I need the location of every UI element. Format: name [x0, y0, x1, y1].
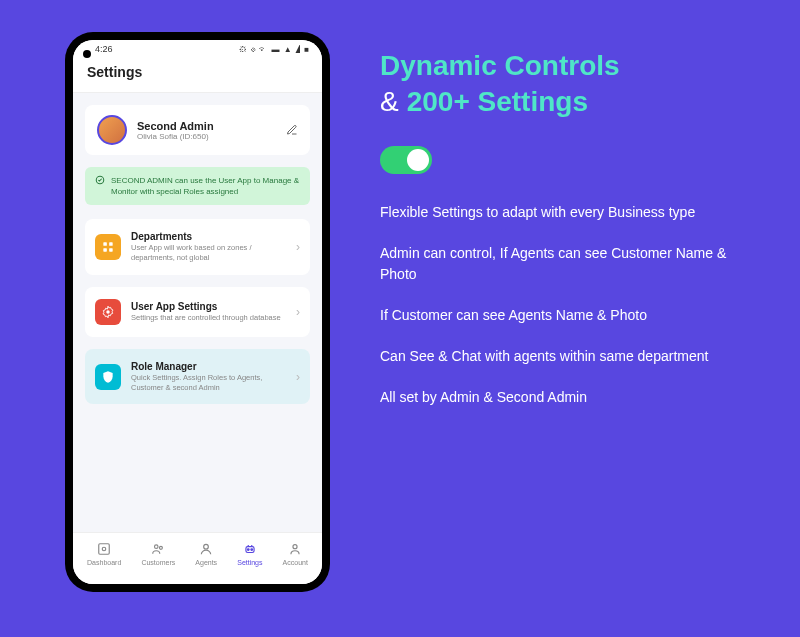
item-text: Role Manager Quick Settings. Assign Role… — [131, 361, 286, 393]
chevron-right-icon: › — [296, 370, 300, 384]
svg-point-14 — [293, 545, 297, 549]
nav-settings[interactable]: Settings — [237, 541, 262, 566]
item-text: User App Settings Settings that are cont… — [131, 301, 281, 323]
bottom-nav: Dashboard Customers Agents Settings Acco… — [73, 532, 322, 584]
svg-rect-4 — [109, 248, 113, 252]
customers-icon — [150, 541, 166, 557]
toggle-switch[interactable] — [380, 146, 432, 174]
camera-hole — [83, 50, 91, 58]
svg-point-5 — [106, 310, 110, 314]
nav-customers[interactable]: Customers — [141, 541, 175, 566]
bullet: Flexible Settings to adapt with every Bu… — [380, 202, 760, 223]
toggle-knob — [407, 149, 429, 171]
content-area: Second Admin Olivia Sofia (ID:650) SECON… — [73, 93, 322, 532]
marketing-panel: Dynamic Controls &200+ Settings Flexible… — [380, 50, 760, 428]
settings-item-user-app[interactable]: User App Settings Settings that are cont… — [85, 287, 310, 337]
svg-point-9 — [160, 546, 163, 549]
svg-rect-2 — [109, 242, 113, 246]
svg-rect-1 — [103, 242, 107, 246]
nav-account[interactable]: Account — [283, 541, 308, 566]
phone-screen: 4:26 ⚙ ⊘ ᯤ ▬ ▲ ◢ ■ Settings Second Admin… — [73, 40, 322, 584]
item-text: Departments User App will work based on … — [131, 231, 286, 263]
status-icons: ⚙ ⊘ ᯤ ▬ ▲ ◢ ■ — [239, 45, 310, 54]
gear-icon — [95, 299, 121, 325]
bullet: All set by Admin & Second Admin — [380, 387, 760, 408]
page-header: Settings — [73, 56, 322, 93]
nav-agents[interactable]: Agents — [195, 541, 217, 566]
settings-icon — [242, 541, 258, 557]
bullet: If Customer can see Agents Name & Photo — [380, 305, 760, 326]
admin-role: Second Admin — [137, 120, 214, 132]
nav-label: Customers — [141, 559, 175, 566]
avatar — [97, 115, 127, 145]
bullets: Flexible Settings to adapt with every Bu… — [380, 202, 760, 408]
settings-item-departments[interactable]: Departments User App will work based on … — [85, 219, 310, 275]
check-icon — [95, 175, 105, 197]
agents-icon — [198, 541, 214, 557]
nav-label: Settings — [237, 559, 262, 566]
page-title: Settings — [87, 64, 308, 80]
headline-1: Dynamic Controls — [380, 50, 760, 82]
nav-dashboard[interactable]: Dashboard — [87, 541, 121, 566]
admin-name: Olivia Sofia (ID:650) — [137, 132, 214, 141]
admin-card[interactable]: Second Admin Olivia Sofia (ID:650) — [85, 105, 310, 155]
svg-point-13 — [251, 549, 253, 551]
svg-rect-6 — [99, 544, 110, 555]
nav-label: Account — [283, 559, 308, 566]
item-label: Departments — [131, 231, 286, 242]
svg-point-10 — [204, 544, 209, 549]
item-label: User App Settings — [131, 301, 281, 312]
status-time: 4:26 — [95, 44, 113, 54]
nav-label: Dashboard — [87, 559, 121, 566]
bullet: Can See & Chat with agents within same d… — [380, 346, 760, 367]
headline-2-text: 200+ Settings — [407, 86, 588, 117]
item-label: Role Manager — [131, 361, 286, 372]
svg-point-7 — [102, 547, 106, 551]
chevron-right-icon: › — [296, 305, 300, 319]
ampersand: & — [380, 86, 399, 117]
edit-icon[interactable] — [286, 124, 298, 136]
shield-icon — [95, 364, 121, 390]
admin-info: Second Admin Olivia Sofia (ID:650) — [137, 120, 214, 141]
banner-text: SECOND ADMIN can use the User App to Man… — [111, 175, 300, 197]
departments-icon — [95, 234, 121, 260]
item-desc: Quick Settings. Assign Roles to Agents, … — [131, 373, 286, 393]
item-desc: User App will work based on zones / depa… — [131, 243, 286, 263]
bullet: Admin can control, If Agents can see Cus… — [380, 243, 760, 285]
svg-point-12 — [247, 549, 249, 551]
phone-frame: 4:26 ⚙ ⊘ ᯤ ▬ ▲ ◢ ■ Settings Second Admin… — [65, 32, 330, 592]
svg-point-8 — [155, 545, 159, 549]
status-bar: 4:26 ⚙ ⊘ ᯤ ▬ ▲ ◢ ■ — [73, 40, 322, 56]
dashboard-icon — [96, 541, 112, 557]
nav-label: Agents — [195, 559, 217, 566]
headline-2: &200+ Settings — [380, 86, 760, 118]
account-icon — [287, 541, 303, 557]
chevron-right-icon: › — [296, 240, 300, 254]
info-banner: SECOND ADMIN can use the User App to Man… — [85, 167, 310, 205]
settings-item-role-manager[interactable]: Role Manager Quick Settings. Assign Role… — [85, 349, 310, 405]
svg-rect-3 — [103, 248, 107, 252]
item-desc: Settings that are controlled through dat… — [131, 313, 281, 323]
